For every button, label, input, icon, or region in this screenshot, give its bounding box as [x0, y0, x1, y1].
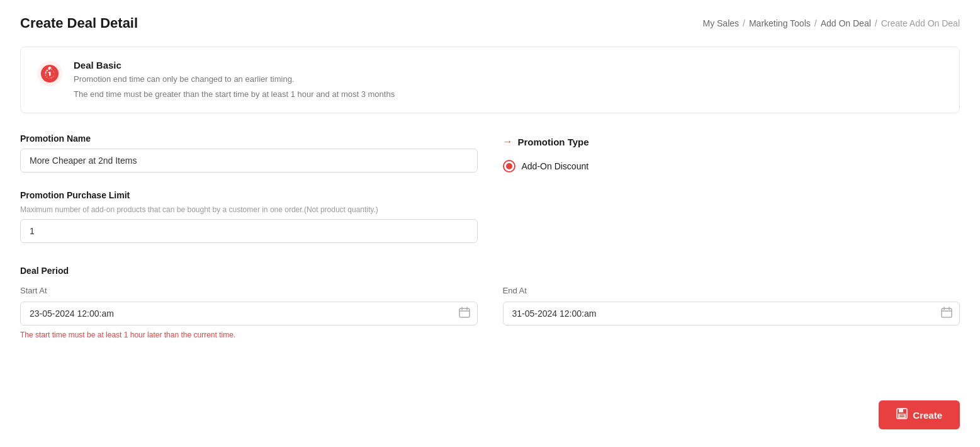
start-time-error: The start time must be at least 1 hour l…: [20, 331, 960, 339]
svg-rect-7: [899, 416, 904, 417]
create-button-label: Create: [913, 410, 942, 421]
promotion-name-label: Promotion Name: [20, 133, 478, 144]
svg-rect-6: [899, 415, 904, 416]
deal-basic-icon: [36, 60, 64, 88]
breadcrumb-sep-2: /: [814, 18, 817, 28]
end-at-section: End At: [503, 286, 960, 325]
info-box: Deal Basic Promotion end time can only b…: [20, 47, 960, 113]
breadcrumb-marketing-tools[interactable]: Marketing Tools: [749, 18, 811, 28]
page-header: Create Deal Detail My Sales / Marketing …: [20, 15, 960, 31]
promotion-purchase-limit-sublabel: Maximum number of add-on products that c…: [20, 205, 478, 214]
breadcrumb-my-sales[interactable]: My Sales: [702, 18, 739, 28]
add-on-discount-label: Add-On Discount: [522, 161, 589, 171]
end-at-label: End At: [503, 286, 960, 295]
radio-circle-add-on[interactable]: [503, 160, 515, 173]
info-title: Deal Basic: [74, 60, 395, 71]
deal-period-wrapper: Deal Period Start At End At: [20, 266, 960, 339]
info-content: Deal Basic Promotion end time can only b…: [74, 60, 395, 100]
promotion-purchase-limit-label: Promotion Purchase Limit: [20, 190, 478, 200]
info-line1: Promotion end time can only be changed t…: [74, 73, 395, 86]
svg-rect-5: [898, 414, 906, 418]
breadcrumb-add-on-deal[interactable]: Add On Deal: [821, 18, 871, 28]
create-button[interactable]: Create: [879, 400, 960, 429]
save-icon: [896, 408, 908, 422]
end-at-input[interactable]: [503, 302, 960, 325]
svg-rect-2: [942, 308, 952, 317]
start-at-input[interactable]: [20, 302, 478, 325]
breadcrumb-create-add-on-deal: Create Add On Deal: [881, 18, 960, 28]
page-wrapper: Create Deal Detail My Sales / Marketing …: [0, 0, 980, 447]
end-at-wrapper: [503, 302, 960, 325]
breadcrumb-sep-1: /: [743, 18, 745, 28]
promotion-type-label: Promotion Type: [518, 137, 589, 147]
promotion-type-section: → Promotion Type Add-On Discount: [503, 133, 960, 173]
svg-rect-4: [899, 409, 903, 412]
start-at-label: Start At: [20, 286, 478, 295]
promotion-name-input[interactable]: [20, 149, 478, 173]
arrow-right-icon: →: [503, 136, 513, 147]
right-col-empty: [503, 190, 960, 261]
page-title: Create Deal Detail: [20, 15, 138, 31]
start-at-section: Start At: [20, 286, 478, 325]
deal-period-row: Start At End At: [20, 286, 960, 325]
breadcrumb: My Sales / Marketing Tools / Add On Deal…: [702, 18, 960, 28]
promotion-type-header: → Promotion Type: [503, 136, 960, 147]
promotion-name-section: Promotion Name: [20, 133, 478, 173]
breadcrumb-sep-3: /: [875, 18, 877, 28]
end-at-calendar-icon[interactable]: [941, 307, 952, 320]
start-at-wrapper: [20, 302, 478, 325]
promotion-purchase-limit-section: Promotion Purchase Limit Maximum number …: [20, 190, 478, 243]
deal-period-label: Deal Period: [20, 266, 960, 276]
form-layout: Promotion Name → Promotion Type Add-On D…: [20, 133, 960, 261]
start-at-calendar-icon[interactable]: [459, 307, 470, 320]
svg-rect-1: [459, 308, 470, 317]
add-on-discount-radio[interactable]: Add-On Discount: [503, 160, 960, 173]
promotion-purchase-limit-input[interactable]: [20, 219, 478, 243]
info-line2: The end time must be greater than the st…: [74, 88, 395, 101]
